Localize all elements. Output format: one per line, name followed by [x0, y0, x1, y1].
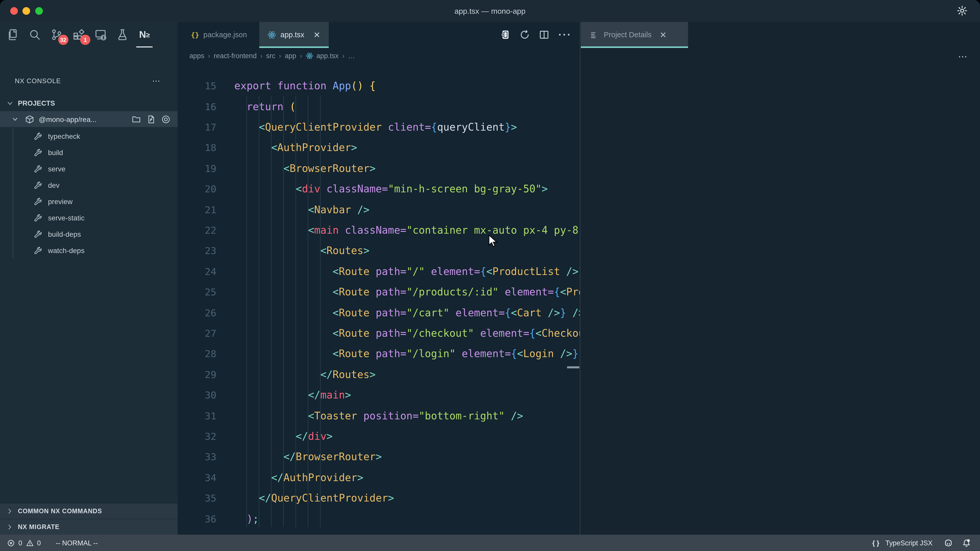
- editor-actions: ···: [500, 22, 580, 48]
- activity-item-files[interactable]: [6, 28, 19, 41]
- project-name: @mono-app/rea...: [39, 115, 97, 123]
- sidebar: 321N≥ NX CONSOLE ⋯ PROJECTS @mono-app/re…: [0, 22, 178, 535]
- tab-package-json[interactable]: {}package.json: [183, 22, 255, 48]
- breadcrumb-part[interactable]: app: [285, 52, 296, 59]
- code-text: <Routes>: [234, 245, 369, 257]
- code-text: </Routes>: [234, 368, 375, 381]
- code-line: 25 <Route path="/products/:id" element={…: [178, 282, 573, 302]
- chevron-down-icon: [6, 99, 14, 107]
- sidebar-section-common-nx-commands[interactable]: COMMON NX COMMANDS: [0, 503, 178, 519]
- wrench-icon: [34, 132, 42, 141]
- breadcrumb[interactable]: apps›react-frontend›src›app›app.tsx›…: [178, 48, 580, 63]
- sidebar-task-watch-deps[interactable]: watch-deps: [0, 242, 178, 259]
- code-line: 32 </div>: [178, 426, 573, 447]
- activity-item-beaker[interactable]: [116, 28, 129, 41]
- language-mode[interactable]: TypeScript JSX: [885, 539, 932, 547]
- code-text: </QueryClientProvider>: [234, 492, 394, 504]
- breadcrumb-part[interactable]: src: [266, 52, 275, 59]
- split-editor-icon[interactable]: [539, 30, 549, 40]
- bell-icon[interactable]: [962, 538, 971, 547]
- code-line: 19 <BrowserRouter>: [178, 158, 573, 179]
- line-number: 29: [178, 369, 216, 380]
- code-line: 36 );: [178, 508, 573, 529]
- wrench-icon: [34, 181, 42, 189]
- sidebar-task-preview[interactable]: preview: [0, 193, 178, 210]
- line-number: 36: [178, 513, 216, 524]
- code-line: 23 <Routes>: [178, 240, 573, 261]
- project-task-tree: typecheckbuildservedevpreviewserve-stati…: [0, 128, 178, 259]
- projects-section-header[interactable]: PROJECTS: [0, 95, 178, 111]
- sidebar-task-dev[interactable]: dev: [0, 177, 178, 193]
- activity-bar: 321N≥: [0, 22, 178, 48]
- sidebar-section-nx-migrate[interactable]: NX MIGRATE: [0, 519, 178, 535]
- breadcrumb-separator: ›: [279, 52, 281, 59]
- activity-item-source-control[interactable]: 32: [50, 28, 63, 41]
- breadcrumb-tail[interactable]: …: [348, 52, 355, 59]
- line-number: 22: [178, 224, 216, 236]
- code-text: <div className="min-h-screen bg-gray-50"…: [234, 183, 548, 195]
- line-number: 27: [178, 327, 216, 339]
- close-icon[interactable]: ✕: [313, 30, 320, 40]
- badge-count: 1: [80, 35, 90, 45]
- errors-icon[interactable]: [7, 539, 15, 547]
- breadcrumb-part[interactable]: apps: [189, 52, 204, 59]
- task-label: watch-deps: [48, 246, 84, 254]
- activity-item-search[interactable]: [28, 28, 41, 41]
- mouse-cursor: [488, 235, 499, 248]
- refresh-icon[interactable]: [520, 30, 530, 40]
- sidebar-item-project[interactable]: @mono-app/rea...: [0, 111, 178, 127]
- warnings-icon[interactable]: [26, 539, 33, 547]
- sidebar-more-actions[interactable]: ⋯: [152, 76, 161, 86]
- ellipsis-icon[interactable]: ···: [558, 29, 572, 41]
- code-text: </div>: [234, 430, 332, 442]
- errors-count[interactable]: 0: [18, 539, 22, 547]
- wrench-icon: [34, 246, 42, 255]
- sidebar-task-serve[interactable]: serve: [0, 161, 178, 177]
- sidebar-task-build[interactable]: build: [0, 144, 178, 161]
- breadcrumb-part[interactable]: react-frontend: [214, 52, 257, 59]
- vim-mode-indicator: -- NORMAL --: [56, 539, 98, 547]
- line-number: 26: [178, 307, 216, 318]
- breadcrumb-separator: ›: [208, 52, 210, 59]
- code-line: 30 </main>: [178, 385, 573, 405]
- close-icon[interactable]: ✕: [660, 30, 667, 40]
- bullseye-icon[interactable]: [161, 114, 170, 124]
- file-config-icon[interactable]: [146, 114, 156, 124]
- warnings-count[interactable]: 0: [37, 539, 41, 547]
- badge-count: 32: [58, 35, 68, 45]
- sidebar-task-build-deps[interactable]: build-deps: [0, 226, 178, 242]
- sidebar-task-serve-static[interactable]: serve-static: [0, 210, 178, 226]
- wrench-icon: [34, 213, 42, 222]
- folder-icon[interactable]: [132, 114, 141, 124]
- activity-item-extensions[interactable]: 1: [72, 28, 85, 41]
- section-label: NX MIGRATE: [18, 524, 59, 530]
- copilot-icon[interactable]: [944, 538, 953, 548]
- panel-more-actions[interactable]: ⋯: [958, 44, 969, 69]
- react-icon: [306, 52, 313, 59]
- code-line: 37}: [178, 529, 573, 535]
- chevron-down-icon: [11, 115, 19, 123]
- project-details-panel: @mono-app/react-frontend TS Tags: npm:pr…: [580, 22, 980, 535]
- activity-item-remote-explorer[interactable]: [94, 28, 107, 41]
- overview-ruler-marker: [567, 366, 579, 368]
- tab-label: app.tsx: [280, 30, 304, 39]
- code-line: 35 </QueryClientProvider>: [178, 488, 573, 508]
- code-editor[interactable]: 15export function App() {16 return (17 <…: [178, 63, 580, 535]
- activity-item-nx-console[interactable]: N≥: [138, 28, 151, 41]
- nx-run-icon[interactable]: [500, 30, 511, 40]
- line-number: 31: [178, 410, 216, 421]
- chevron-right-icon: [6, 508, 13, 515]
- code-line: 34 </AuthProvider>: [178, 467, 573, 488]
- code-text: <Route path="/cart" element={<Cart />} /…: [234, 306, 580, 319]
- sidebar-panel-title: NX CONSOLE: [15, 77, 61, 84]
- settings-gear-icon[interactable]: [956, 5, 968, 16]
- breadcrumb-file[interactable]: app.tsx: [317, 52, 339, 59]
- code-line: 27 <Route path="/checkout" element={<Che…: [178, 323, 573, 344]
- code-text: <Route path="/checkout" element={<Checko…: [234, 327, 580, 339]
- task-label: build: [48, 148, 63, 157]
- breadcrumb-separator: ›: [260, 52, 262, 59]
- task-label: serve: [48, 165, 65, 173]
- tab-project-details[interactable]: Project Details✕: [581, 22, 688, 48]
- sidebar-task-typecheck[interactable]: typecheck: [0, 128, 178, 144]
- tab-app-tsx[interactable]: app.tsx✕: [259, 22, 328, 48]
